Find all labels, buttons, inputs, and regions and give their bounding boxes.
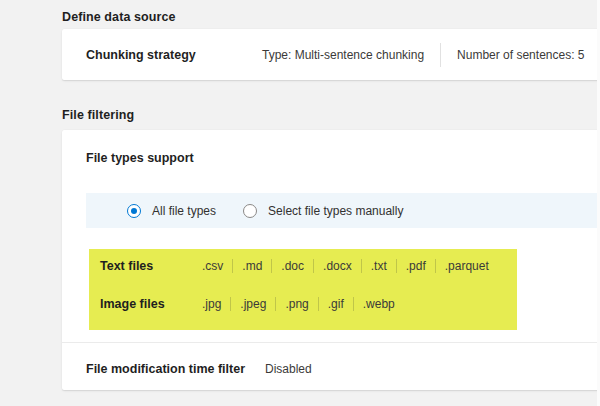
radio-all-file-types-label: All file types <box>152 204 216 218</box>
file-extension: .pdf <box>396 259 435 273</box>
file-types-radio-group: All file types Select file types manuall… <box>86 193 597 228</box>
file-extension: .md <box>232 259 271 273</box>
radio-all-file-types[interactable]: All file types <box>127 204 216 218</box>
chunking-type-value: Type: Multi-sentence chunking <box>262 48 424 62</box>
text-files-extensions: .csv.md.doc.docx.txt.pdf.parquet <box>202 259 498 273</box>
vertical-divider <box>440 43 441 67</box>
radio-button-icon[interactable] <box>127 204 141 218</box>
image-files-row: Image files .jpg.jpeg.png.gif.webp <box>100 296 517 312</box>
chunking-strategy-row: Chunking strategy Type: Multi-sentence c… <box>62 29 600 80</box>
file-extension: .csv <box>202 259 232 273</box>
image-files-extensions: .jpg.jpeg.png.gif.webp <box>202 297 404 311</box>
radio-select-manually-label: Select file types manually <box>268 204 403 218</box>
highlighted-file-types-area: Text files .csv.md.doc.docx.txt.pdf.parq… <box>89 249 517 330</box>
file-extension: .png <box>275 297 317 311</box>
horizontal-divider <box>62 342 600 343</box>
file-extension: .webp <box>353 297 404 311</box>
chunking-strategy-label: Chunking strategy <box>86 48 262 62</box>
file-extension: .docx <box>313 259 361 273</box>
image-files-label: Image files <box>100 297 202 311</box>
file-types-support-label: File types support <box>86 151 194 165</box>
file-extension: .parquet <box>435 259 498 273</box>
radio-button-icon[interactable] <box>243 204 257 218</box>
chunking-strategy-values: Type: Multi-sentence chunking Number of … <box>262 43 585 67</box>
file-modification-filter-value: Disabled <box>265 362 312 376</box>
file-extension: .txt <box>361 259 396 273</box>
file-extension: .doc <box>271 259 313 273</box>
file-extension: .gif <box>318 297 353 311</box>
define-data-source-heading: Define data source <box>62 10 176 24</box>
file-filtering-heading: File filtering <box>62 108 134 122</box>
text-files-label: Text files <box>100 259 202 273</box>
file-extension: .jpg <box>202 297 230 311</box>
file-extension: .jpeg <box>230 297 275 311</box>
radio-select-file-types-manually[interactable]: Select file types manually <box>243 204 403 218</box>
file-modification-filter-row: File modification time filter Disabled <box>86 361 600 377</box>
chunking-strategy-card: Chunking strategy Type: Multi-sentence c… <box>62 29 600 80</box>
text-files-row: Text files .csv.md.doc.docx.txt.pdf.parq… <box>100 258 517 274</box>
file-filtering-card: File types support All file types Select… <box>62 130 600 390</box>
chunking-sentences-value: Number of sentences: 5 <box>457 48 584 62</box>
file-modification-filter-label: File modification time filter <box>86 362 265 376</box>
